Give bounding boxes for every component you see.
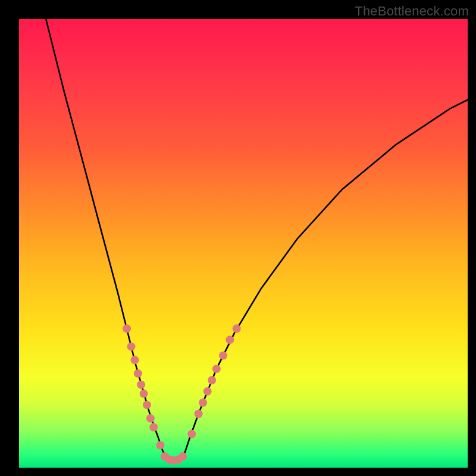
sample-dot xyxy=(143,400,151,409)
sample-dot xyxy=(233,324,241,333)
sample-dot xyxy=(140,390,148,398)
left-branch-path xyxy=(46,19,167,459)
sample-dot xyxy=(134,369,142,378)
sample-dot xyxy=(208,376,216,384)
sample-dot xyxy=(199,399,207,407)
sample-dot xyxy=(131,356,139,364)
sample-dot xyxy=(195,410,203,418)
sample-dot xyxy=(219,352,227,360)
curve-layer xyxy=(46,19,468,461)
sample-dot xyxy=(156,441,165,449)
sample-dot xyxy=(146,414,155,422)
sample-dot xyxy=(137,381,145,389)
marker-layer xyxy=(123,324,241,465)
sample-dot xyxy=(123,324,131,333)
chart-frame: TheBottleneck.com xyxy=(0,0,476,476)
right-branch-path xyxy=(180,100,468,460)
sample-dot xyxy=(226,336,234,344)
chart-svg xyxy=(19,19,468,468)
sample-dot xyxy=(178,452,187,461)
sample-dot xyxy=(203,387,212,396)
sample-dot xyxy=(212,365,221,373)
sample-dot xyxy=(187,430,196,439)
sample-dot xyxy=(149,423,158,431)
sample-dot xyxy=(127,342,136,350)
chart-plot-area xyxy=(19,19,468,468)
watermark-text: TheBottleneck.com xyxy=(355,4,469,19)
